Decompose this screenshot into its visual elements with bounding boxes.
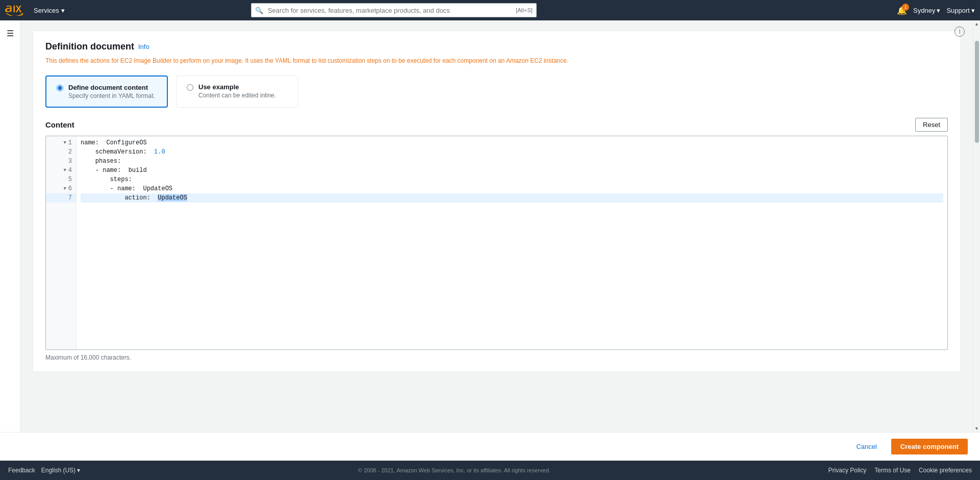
support-menu-button[interactable]: Support ▾ [946,7,975,14]
action-bar: Cancel Create component [0,432,980,461]
sidebar-toggle-button[interactable]: ☰ [5,27,16,40]
chevron-down-icon: ▾ [937,7,940,14]
line-numbers-panel: ▼ 1 2 3 ▼ 4 [46,136,77,349]
footer-right: Privacy Policy Terms of Use Cookie prefe… [828,467,972,474]
main-content-area: i Definition document Info This defines … [20,20,973,432]
aws-logo[interactable] [5,5,23,16]
line-number-6: ▼ 6 [46,184,76,193]
section-description: This defines the actions for EC2 Image B… [45,56,948,65]
language-selector[interactable]: English (US) ▾ [41,467,80,474]
line-number-2: 2 [46,147,76,157]
terms-of-use-link[interactable]: Terms of Use [874,467,911,474]
section-title: Definition document [45,41,134,52]
use-example-option[interactable]: Use example Content can be edited inline… [176,75,298,108]
radio-option1-sub: Specify content in YAML format. [68,92,155,99]
cancel-button[interactable]: Cancel [848,439,885,454]
feedback-link[interactable]: Feedback [8,467,35,474]
expand-icon: ▼ [63,140,66,145]
chevron-down-icon: ▾ [971,7,975,14]
define-content-radio[interactable] [57,85,63,91]
footer: Feedback English (US) ▾ © 2008 - 2021, A… [0,461,980,480]
line-number-3: 3 [46,157,76,166]
line-number-4: ▼ 4 [46,166,76,175]
code-line-4: - name: build [81,166,943,175]
notification-bell-button[interactable]: 🔔 1 [897,6,907,15]
services-menu-button[interactable]: Services ▾ [30,5,69,16]
define-document-content-option[interactable]: Define document content Specify content … [45,75,168,108]
privacy-policy-link[interactable]: Privacy Policy [828,467,867,474]
section-header: Definition document Info [45,41,948,52]
search-shortcut: [Alt+S] [516,7,533,13]
content-label: Content [45,120,74,129]
code-line-5: steps: [81,175,943,184]
region-selector[interactable]: Sydney ▾ [913,7,940,14]
sidebar-toggle-panel: ☰ [0,20,20,432]
definition-document-section: i Definition document Info This defines … [33,31,961,372]
search-input[interactable] [251,3,537,17]
cookie-preferences-link[interactable]: Cookie preferences [919,467,972,474]
footer-left: Feedback English (US) ▾ [8,467,80,474]
main-layout: ☰ i Definition document Info This define… [0,20,980,432]
info-link[interactable]: Info [138,43,149,50]
use-example-radio[interactable] [187,84,193,91]
code-line-6: - name: UpdateOS [81,184,943,193]
scroll-down-arrow[interactable]: ▼ [973,425,980,432]
code-line-1: name: ConfigureOS [81,138,943,147]
scroll-track: ▲ ▼ [973,20,980,432]
content-editor-header: Content Reset [45,118,948,132]
line-number-5: 5 [46,175,76,184]
scroll-thumb[interactable] [975,41,979,143]
expand-icon: ▼ [63,168,66,173]
code-line-7: action: UpdateOS [81,193,943,203]
footer-copyright: © 2008 - 2021, Amazon Web Services, Inc.… [80,467,828,473]
nav-right: 🔔 1 Sydney ▾ Support ▾ [897,6,975,15]
top-navigation: Services ▾ 🔍 [Alt+S] 🔔 1 Sydney ▾ Suppor… [0,0,980,20]
info-icon[interactable]: i [954,27,965,37]
radio-option2-sub: Content can be edited inline. [198,92,276,99]
search-icon: 🔍 [255,7,263,14]
search-bar: 🔍 [Alt+S] [251,3,537,17]
scroll-up-arrow[interactable]: ▲ [973,20,980,28]
line-number-7: 7 [46,193,76,203]
char-limit-label: Maximum of 16,000 characters. [45,354,948,361]
notification-badge: 1 [902,4,909,11]
radio-option1-label: Define document content [68,84,155,91]
code-editor[interactable]: ▼ 1 2 3 ▼ 4 [45,136,948,350]
code-line-3: phases: [81,157,943,166]
code-content-area[interactable]: name: ConfigureOS schemaVersion: 1.0 pha… [77,136,947,349]
definition-type-options: Define document content Specify content … [45,75,948,108]
radio-option2-label: Use example [198,83,276,91]
line-number-1: ▼ 1 [46,138,76,147]
chevron-down-icon: ▾ [61,7,65,14]
create-component-button[interactable]: Create component [891,439,968,454]
code-line-2: schemaVersion: 1.0 [81,147,943,157]
expand-icon: ▼ [63,186,66,191]
reset-button[interactable]: Reset [915,118,948,132]
